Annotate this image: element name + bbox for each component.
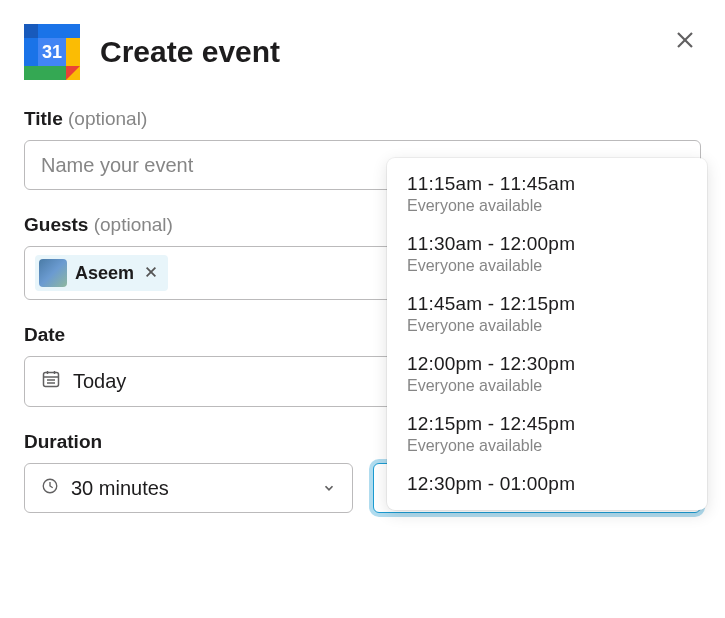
modal-header: 31 Create event: [24, 24, 701, 80]
svg-rect-2: [24, 66, 66, 80]
duration-select[interactable]: 30 minutes: [24, 463, 353, 513]
title-optional-text: (optional): [68, 108, 147, 129]
title-label: Title (optional): [24, 108, 701, 130]
svg-rect-6: [24, 24, 38, 38]
guests-optional-text: (optional): [94, 214, 173, 235]
guest-chip: Aseem: [35, 255, 168, 291]
option-time: 12:00pm - 12:30pm: [407, 353, 687, 375]
option-time: 11:15am - 11:45am: [407, 173, 687, 195]
option-subtitle: Everyone available: [407, 437, 687, 455]
title-label-text: Title: [24, 108, 63, 129]
dropdown-option[interactable]: 12:30pm - 01:00pm: [387, 464, 707, 504]
option-time: 11:45am - 12:15pm: [407, 293, 687, 315]
svg-text:31: 31: [42, 42, 62, 62]
option-subtitle: Everyone available: [407, 197, 687, 215]
dropdown-option[interactable]: 11:15am - 11:45am Everyone available: [387, 164, 707, 224]
chevron-down-icon: [322, 477, 336, 500]
dropdown-option[interactable]: 11:30am - 12:00pm Everyone available: [387, 224, 707, 284]
duration-value: 30 minutes: [71, 477, 310, 500]
option-subtitle: Everyone available: [407, 317, 687, 335]
remove-guest-button[interactable]: [142, 263, 160, 284]
dropdown-option[interactable]: 11:45am - 12:15pm Everyone available: [387, 284, 707, 344]
dropdown-option[interactable]: 12:15pm - 12:45pm Everyone available: [387, 404, 707, 464]
calendar-icon: [41, 369, 61, 394]
guests-label-text: Guests: [24, 214, 88, 235]
svg-rect-4: [38, 24, 80, 38]
option-time: 11:30am - 12:00pm: [407, 233, 687, 255]
page-title: Create event: [100, 35, 280, 69]
option-time: 12:30pm - 01:00pm: [407, 473, 687, 495]
option-subtitle: Everyone available: [407, 257, 687, 275]
dropdown-option[interactable]: 12:00pm - 12:30pm Everyone available: [387, 344, 707, 404]
option-subtitle: Everyone available: [407, 377, 687, 395]
close-button[interactable]: [673, 28, 701, 56]
time-slot-dropdown: 11:15am - 11:45am Everyone available 11:…: [387, 158, 707, 510]
guest-name: Aseem: [75, 263, 134, 284]
clock-icon: [41, 477, 59, 500]
option-time: 12:15pm - 12:45pm: [407, 413, 687, 435]
avatar: [39, 259, 67, 287]
google-calendar-icon: 31: [24, 24, 80, 80]
